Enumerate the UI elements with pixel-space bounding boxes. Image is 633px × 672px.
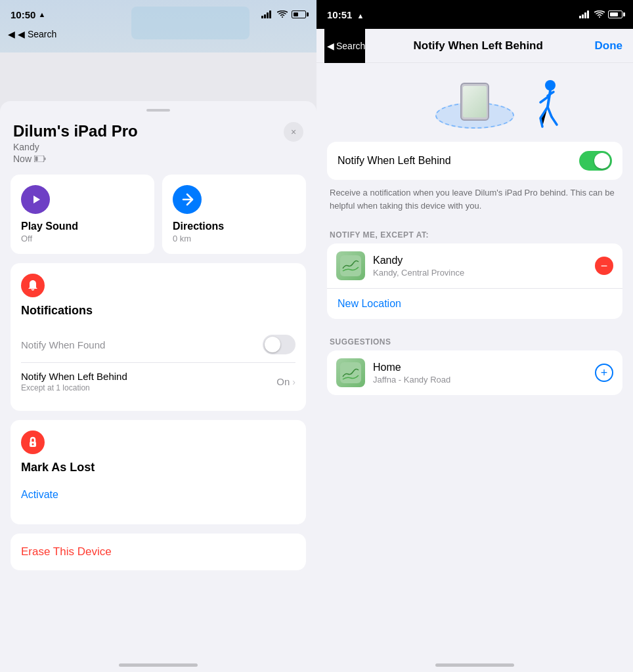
right-content: Notify When Left Behind Receive a notifi… <box>316 63 633 672</box>
svg-rect-5 <box>45 158 46 160</box>
close-button[interactable]: × <box>284 122 303 142</box>
directions-card[interactable]: Directions 0 km <box>162 175 306 254</box>
battery-icon-left <box>292 10 306 18</box>
new-location-link[interactable]: New Location <box>338 298 401 309</box>
notify-left-behind-row[interactable]: Notify When Left Behind Except at 1 loca… <box>21 362 295 400</box>
directions-icon <box>180 192 194 207</box>
add-home-button[interactable]: + <box>595 364 613 382</box>
mark-as-lost-section: Mark As Lost Activate <box>11 420 306 524</box>
device-thumb-inner <box>463 86 487 117</box>
notifications-icon-bg <box>21 274 45 297</box>
suggestions-header: SUGGESTIONS <box>327 328 622 350</box>
svg-rect-11 <box>582 14 584 18</box>
activate-row: Activate <box>21 484 295 514</box>
notifications-section: Notifications Notify When Found Notify W… <box>11 263 306 411</box>
notify-found-label: Notify When Found <box>21 339 105 350</box>
notify-left-behind-info: Notify When Left Behind Except at 1 loca… <box>21 371 127 392</box>
svg-point-14 <box>545 80 556 91</box>
directions-title: Directions <box>173 220 295 232</box>
notify-left-behind-sublabel: Except at 1 location <box>21 383 127 392</box>
map-thumb-icon <box>340 255 361 276</box>
device-info: Dilum's iPad Pro Kandy Now <box>13 122 138 164</box>
lock-icon-bg <box>21 430 45 454</box>
notify-left-behind-value: On › <box>276 376 295 387</box>
new-location-row: New Location <box>327 288 622 319</box>
notify-found-toggle[interactable] <box>263 335 295 354</box>
actions-row: Play Sound Off Directions 0 km <box>11 175 306 254</box>
signal-icon <box>261 10 273 18</box>
play-icon <box>29 193 42 206</box>
notify-toggle-switch[interactable] <box>579 151 612 171</box>
svg-rect-0 <box>261 16 263 18</box>
location-arrow-icon: ▲ <box>38 10 45 18</box>
erase-device-card[interactable]: Erase This Device <box>11 534 306 570</box>
svg-rect-1 <box>264 14 266 18</box>
kandy-sub: Kandy, Central Province <box>373 268 587 278</box>
svg-rect-2 <box>267 12 269 18</box>
status-bar-right: 10:51 ▲ <box>316 0 633 29</box>
device-header: Dilum's iPad Pro Kandy Now × <box>11 122 306 164</box>
device-thumbnail <box>460 83 489 121</box>
home-indicator-left <box>119 663 198 667</box>
device-time: Now <box>13 154 138 164</box>
play-sound-title: Play Sound <box>21 220 144 232</box>
left-panel: 10:50 ▲ ◀ ◀ Searc <box>0 0 316 672</box>
status-icons-left <box>261 10 306 18</box>
home-indicator-right <box>435 663 514 667</box>
device-name: Dilum's iPad Pro <box>13 122 138 140</box>
status-icons-right <box>579 10 622 18</box>
notify-toggle-card: Notify When Left Behind <box>327 142 622 180</box>
chevron-icon: › <box>292 377 295 387</box>
home-name: Home <box>373 362 587 373</box>
svg-marker-7 <box>33 196 40 203</box>
home-location-row: Home Jaffna - Kandy Road + <box>327 350 622 395</box>
home-location-info: Home Jaffna - Kandy Road <box>373 362 587 385</box>
remove-kandy-button[interactable]: − <box>595 257 613 275</box>
erase-device-text: Erase This Device <box>21 545 112 558</box>
svg-rect-6 <box>35 157 38 161</box>
lock-icon <box>26 436 39 449</box>
directions-subtitle: 0 km <box>173 234 295 243</box>
kandy-location-info: Kandy Kandy, Central Province <box>373 255 587 278</box>
wifi-icon <box>277 10 288 18</box>
svg-rect-13 <box>587 10 589 18</box>
svg-rect-3 <box>269 10 271 18</box>
play-sound-icon-bg <box>21 185 50 214</box>
play-sound-card[interactable]: Play Sound Off <box>11 175 154 254</box>
bottom-sheet: Dilum's iPad Pro Kandy Now × <box>0 101 316 672</box>
status-time-right: 10:51 ▲ <box>327 9 364 20</box>
notify-found-row: Notify When Found <box>21 327 295 362</box>
notify-except-card: Kandy Kandy, Central Province − New Loca… <box>327 243 622 319</box>
done-button[interactable]: Done <box>594 39 622 52</box>
svg-point-9 <box>32 444 34 446</box>
battery-small-icon <box>34 156 46 162</box>
svg-rect-16 <box>340 362 361 383</box>
bell-icon <box>26 279 39 292</box>
svg-rect-10 <box>579 16 581 18</box>
home-map-thumb-icon <box>340 362 361 383</box>
kandy-name: Kandy <box>373 255 587 266</box>
device-location: Kandy <box>13 142 138 152</box>
illustration <box>327 63 622 142</box>
right-panel: 10:51 ▲ ◀ Search Cancel <box>316 0 633 672</box>
sheet-handle <box>146 109 170 112</box>
battery-icon-right <box>608 10 622 18</box>
kandy-map-thumb <box>336 251 365 280</box>
walking-person-icon <box>517 77 563 136</box>
activate-link[interactable]: Activate <box>21 484 58 506</box>
back-arrow-icon-right: ◀ <box>327 41 334 51</box>
notify-description: Receive a notification when you leave Di… <box>327 186 622 221</box>
svg-rect-12 <box>584 12 586 18</box>
notify-except-header: NOTIFY ME, EXCEPT AT: <box>327 221 622 243</box>
kandy-location-row: Kandy Kandy, Central Province − <box>327 243 622 288</box>
search-back-right[interactable]: ◀ Search <box>324 29 365 63</box>
play-sound-subtitle: Off <box>21 234 144 243</box>
notify-left-behind-label: Notify When Left Behind <box>21 371 127 382</box>
mark-as-lost-title: Mark As Lost <box>21 461 295 474</box>
search-back-left[interactable]: ◀ ◀ Search <box>8 29 56 39</box>
location-arrow-icon-right: ▲ <box>357 12 364 20</box>
signal-icon-right <box>579 10 591 18</box>
status-time-left: 10:50 ▲ <box>11 9 45 20</box>
home-sub: Jaffna - Kandy Road <box>373 375 587 385</box>
back-arrow-icon: ◀ <box>8 29 15 39</box>
